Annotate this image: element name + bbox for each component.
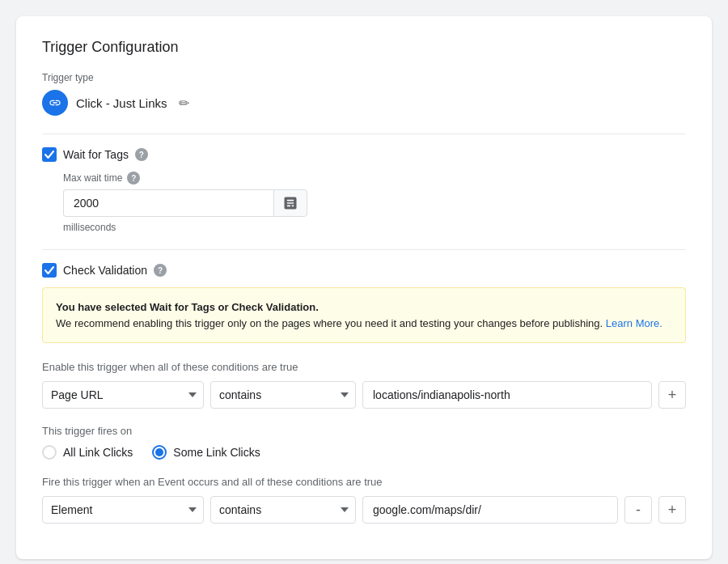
max-wait-input[interactable] [63, 189, 273, 217]
condition2-field-select[interactable]: Element [42, 496, 204, 524]
trigger-type-icon [42, 90, 68, 116]
enable-condition-row: Page URL contains + [42, 381, 686, 409]
condition1-operator-select[interactable]: contains [210, 381, 356, 409]
learn-more-link[interactable]: Learn More. [606, 317, 662, 329]
remove-condition2-button[interactable]: - [624, 496, 652, 524]
page-title: Trigger Configuration [42, 39, 686, 56]
calc-button[interactable] [273, 189, 307, 217]
add-condition1-button[interactable]: + [658, 381, 686, 409]
condition1-value-input[interactable] [362, 381, 652, 409]
some-link-clicks-label: Some Link Clicks [173, 446, 260, 459]
some-link-clicks-option[interactable]: Some Link Clicks [152, 445, 260, 460]
warning-bold-text: You have selected Wait for Tags or Check… [56, 301, 319, 313]
check-validation-help-icon[interactable]: ? [154, 264, 167, 277]
check-validation-checkbox[interactable] [42, 263, 57, 278]
fire-condition-row: Element contains - + [42, 496, 686, 524]
wait-for-tags-checkbox[interactable] [42, 147, 57, 162]
max-wait-label: Max wait time ? [63, 172, 686, 184]
some-link-clicks-radio[interactable] [152, 445, 167, 460]
fires-on-section: This trigger fires on All Link Clicks So… [42, 425, 686, 460]
fire-condition-label: Fire this trigger when an Event occurs a… [42, 476, 686, 488]
divider-2 [42, 249, 686, 250]
trigger-type-row: Click - Just Links ✏ [42, 90, 686, 116]
warning-box: You have selected Wait for Tags or Check… [42, 287, 686, 343]
warning-body-text: We recommend enabling this trigger only … [56, 317, 603, 329]
max-wait-section: Max wait time ? milliseconds [63, 172, 686, 233]
check-validation-label: Check Validation [63, 264, 147, 277]
trigger-name-label: Click - Just Links [76, 96, 167, 110]
all-link-clicks-option[interactable]: All Link Clicks [42, 445, 133, 460]
all-link-clicks-label: All Link Clicks [63, 446, 133, 459]
max-wait-help-icon[interactable]: ? [127, 172, 140, 184]
wait-input-row [63, 189, 686, 217]
divider-1 [42, 134, 686, 134]
fires-on-label: This trigger fires on [42, 425, 686, 437]
trigger-type-label: Trigger type [42, 72, 686, 83]
enable-condition-label: Enable this trigger when all of these co… [42, 361, 686, 373]
edit-trigger-icon[interactable]: ✏ [179, 95, 189, 111]
trigger-configuration-card: Trigger Configuration Trigger type Click… [16, 16, 712, 559]
condition2-operator-select[interactable]: contains [210, 496, 356, 524]
wait-for-tags-label: Wait for Tags [63, 148, 129, 161]
add-condition2-button[interactable]: + [658, 496, 686, 524]
condition1-field-select[interactable]: Page URL [42, 381, 204, 409]
milliseconds-label: milliseconds [63, 222, 686, 233]
wait-for-tags-row: Wait for Tags ? [42, 147, 686, 162]
radio-row: All Link Clicks Some Link Clicks [42, 445, 686, 460]
all-link-clicks-radio[interactable] [42, 445, 57, 460]
check-validation-row: Check Validation ? [42, 263, 686, 278]
condition2-value-input[interactable] [362, 496, 618, 524]
wait-for-tags-help-icon[interactable]: ? [135, 148, 148, 161]
